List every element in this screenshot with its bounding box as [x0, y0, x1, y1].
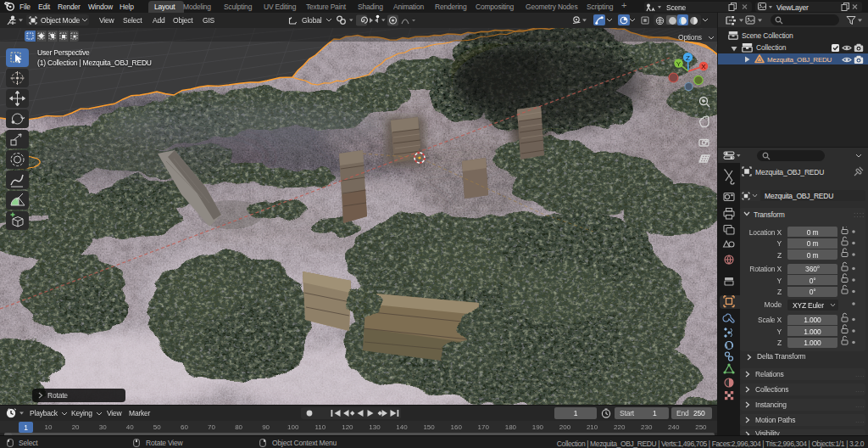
svg-text:Y: Y	[676, 60, 682, 68]
svg-text:Z: Z	[686, 54, 690, 62]
svg-text:X: X	[701, 63, 706, 70]
